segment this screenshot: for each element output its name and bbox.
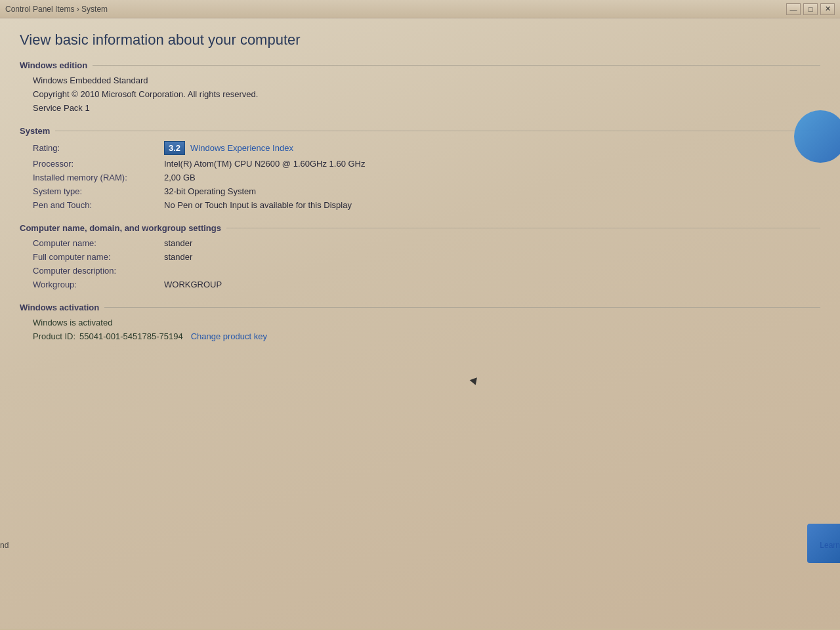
computer-name-label: Computer name: bbox=[33, 238, 164, 248]
system-type-value: 32-bit Operating System bbox=[164, 186, 256, 196]
user-avatar bbox=[794, 110, 840, 163]
pen-touch-label: Pen and Touch: bbox=[33, 200, 164, 210]
pen-touch-value: No Pen or Touch Input is available for t… bbox=[164, 200, 352, 210]
computer-name-header: Computer name, domain, and workgroup set… bbox=[20, 223, 820, 233]
windows-experience-link[interactable]: Windows Experience Index bbox=[190, 143, 293, 153]
system-type-label: System type: bbox=[33, 186, 164, 196]
top-bar: Control Panel Items › System — □ ✕ bbox=[0, 0, 840, 18]
rating-row: Rating: 3.2 Windows Experience Index bbox=[33, 141, 820, 155]
computer-name-value: stander bbox=[164, 238, 192, 248]
window-controls: — □ ✕ bbox=[786, 3, 835, 15]
main-content: View basic information about your comput… bbox=[0, 18, 840, 629]
ram-value: 2,00 GB bbox=[164, 173, 196, 182]
change-product-key-link[interactable]: Change product key bbox=[191, 331, 267, 341]
workgroup-label: Workgroup: bbox=[33, 280, 164, 289]
mouse-cursor bbox=[470, 377, 480, 387]
full-computer-name-row: Full computer name: stander bbox=[33, 252, 820, 262]
pen-touch-row: Pen and Touch: No Pen or Touch Input is … bbox=[33, 200, 820, 210]
rating-label: Rating: bbox=[33, 143, 164, 153]
right-edge-learn-link[interactable]: Learn bbox=[820, 541, 840, 550]
computer-name-section: Computer name, domain, and workgroup set… bbox=[20, 223, 820, 289]
activation-section: Windows activation Windows is activated … bbox=[20, 303, 820, 341]
activation-body: Windows is activated Product ID: 55041-0… bbox=[20, 318, 820, 341]
rating-badge: 3.2 bbox=[164, 141, 185, 155]
computer-name-row: Computer name: stander bbox=[33, 238, 820, 248]
ram-row: Installed memory (RAM): 2,00 GB bbox=[33, 173, 820, 182]
product-id-label: Product ID: bbox=[33, 331, 75, 341]
breadcrumb: Control Panel Items › System bbox=[5, 5, 108, 14]
activation-header: Windows activation bbox=[20, 303, 820, 312]
workgroup-value: WORKGROUP bbox=[164, 280, 222, 289]
minimize-button[interactable]: — bbox=[786, 3, 801, 15]
left-edge-label: nd bbox=[0, 541, 9, 550]
edition-name-value: Windows Embedded Standard bbox=[33, 75, 148, 85]
processor-value: Intel(R) Atom(TM) CPU N2600 @ 1.60GHz 1.… bbox=[164, 159, 366, 169]
service-pack-value: Service Pack 1 bbox=[33, 103, 90, 113]
close-button[interactable]: ✕ bbox=[820, 3, 835, 15]
system-type-row: System type: 32-bit Operating System bbox=[33, 186, 820, 196]
product-id-value: 55041-001-5451785-75194 bbox=[79, 331, 183, 341]
description-row: Computer description: bbox=[33, 266, 820, 276]
maximize-button[interactable]: □ bbox=[803, 3, 818, 15]
processor-label: Processor: bbox=[33, 159, 164, 169]
system-section: System Rating: 3.2 Windows Experience In… bbox=[20, 126, 820, 210]
page-title: View basic information about your comput… bbox=[20, 32, 820, 49]
full-name-label: Full computer name: bbox=[33, 252, 164, 262]
windows-edition-section: Windows edition Windows Embedded Standar… bbox=[20, 60, 820, 113]
windows-edition-body: Windows Embedded Standard Copyright © 20… bbox=[20, 75, 820, 113]
product-id-row: Product ID: 55041-001-5451785-75194 Chan… bbox=[33, 331, 820, 341]
rating-value-container: 3.2 Windows Experience Index bbox=[164, 141, 293, 155]
description-label: Computer description: bbox=[33, 266, 164, 276]
windows-edition-header: Windows edition bbox=[20, 60, 820, 70]
service-pack-row: Service Pack 1 bbox=[33, 103, 820, 113]
system-header: System bbox=[20, 126, 820, 136]
copyright-value: Copyright © 2010 Microsoft Corporation. … bbox=[33, 89, 258, 99]
system-body: Rating: 3.2 Windows Experience Index Pro… bbox=[20, 141, 820, 210]
edition-name-row: Windows Embedded Standard bbox=[33, 75, 820, 85]
copyright-row: Copyright © 2010 Microsoft Corporation. … bbox=[33, 89, 820, 99]
workgroup-row: Workgroup: WORKGROUP bbox=[33, 280, 820, 289]
ram-label: Installed memory (RAM): bbox=[33, 173, 164, 182]
full-name-value: stander bbox=[164, 252, 192, 262]
computer-name-body: Computer name: stander Full computer nam… bbox=[20, 238, 820, 289]
activation-status: Windows is activated bbox=[33, 318, 112, 327]
processor-row: Processor: Intel(R) Atom(TM) CPU N2600 @… bbox=[33, 159, 820, 169]
activation-status-row: Windows is activated bbox=[33, 318, 820, 327]
